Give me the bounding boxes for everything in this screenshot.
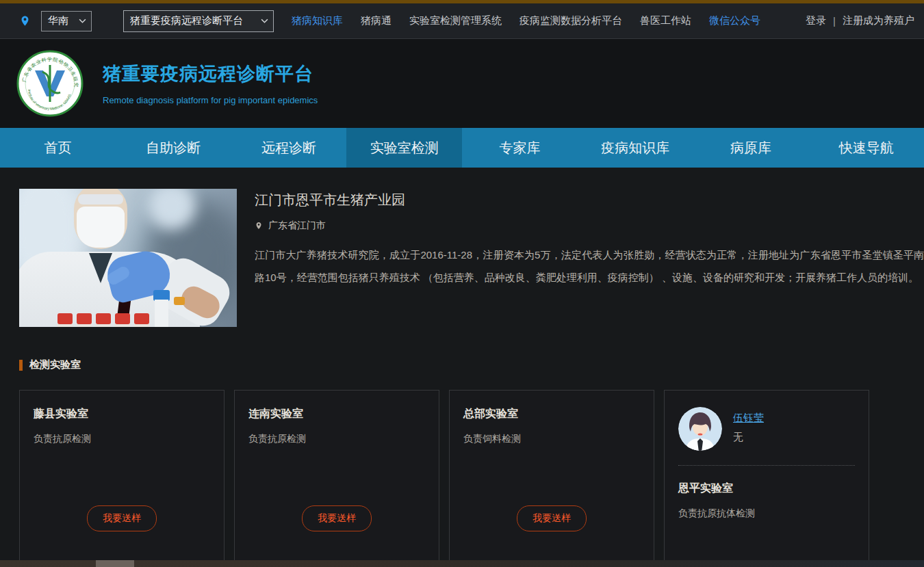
top-utility-bar: 华南 猪重要疫病远程诊断平台 猪病知识库 猪病通 实验室检测管理系统 疫病监测数… [0, 3, 924, 39]
dotted-divider [678, 465, 855, 466]
auth-links: 登录 | 注册成为养殖户 [806, 14, 914, 27]
section-accent-bar [19, 360, 23, 371]
photo-shape [57, 313, 160, 327]
horizontal-scrollbar[interactable] [0, 560, 924, 567]
nav-item-quick-nav[interactable]: 快速导航 [808, 128, 924, 168]
top-links: 猪病知识库 猪病通 实验室检测管理系统 疫病监测数据分析平台 兽医工作站 微信公… [292, 14, 760, 27]
park-location: 广东省江门市 [268, 220, 326, 232]
lab-name: 连南实验室 [248, 407, 425, 421]
lab-card-tengxian: 藤县实验室 负责抗原检测 我要送样 [19, 390, 224, 567]
site-title: 猪重要疫病远程诊断平台 [103, 62, 318, 86]
top-link-lab-management-system[interactable]: 实验室检测管理系统 [409, 14, 502, 27]
park-location-row: 广东省江门市 [255, 220, 924, 232]
site-subtitle: Remote diagnosis platform for pig import… [103, 95, 318, 105]
top-link-epidemic-data-platform[interactable]: 疫病监测数据分析平台 [519, 14, 622, 27]
contact-name-link[interactable]: 伍钰莹 [733, 412, 764, 425]
park-info-block: 江门市恩平市生猪产业园 广东省江门市 江门市大广养猪技术研究院，成立于2016-… [19, 189, 905, 327]
lab-duty: 负责抗原检测 [248, 433, 425, 445]
photo-shape [57, 313, 73, 324]
park-info: 江门市恩平市生猪产业园 广东省江门市 江门市大广养猪技术研究院，成立于2016-… [255, 189, 924, 327]
lab-duty: 负责抗原检测 [34, 433, 210, 445]
lab-photo [19, 189, 237, 327]
lab-contact: 伍钰莹 无 [678, 407, 855, 451]
photo-shape [115, 313, 130, 324]
lab-card-liannan: 连南实验室 负责抗原检测 我要送样 [234, 390, 439, 567]
content: 江门市恩平市生猪产业园 广东省江门市 江门市大广养猪技术研究院，成立于2016-… [0, 168, 924, 567]
header-text: 猪重要疫病远程诊断平台 Remote diagnosis platform fo… [103, 62, 318, 105]
top-link-vet-workstation[interactable]: 兽医工作站 [640, 14, 691, 27]
photo-shape [78, 194, 123, 205]
location-pin-icon [19, 13, 31, 29]
send-sample-button[interactable]: 我要送样 [302, 505, 372, 531]
nav-item-pathogen-library[interactable]: 病原库 [693, 128, 809, 168]
send-sample-button[interactable]: 我要送样 [517, 505, 587, 531]
photo-shape [134, 313, 149, 324]
lab-card-headquarters: 总部实验室 负责饲料检测 我要送样 [449, 390, 654, 567]
nav-item-home[interactable]: 首页 [0, 128, 116, 168]
lab-duty: 负责饲料检测 [463, 433, 640, 445]
register-link[interactable]: 注册成为养殖户 [843, 14, 914, 27]
contact-note: 无 [733, 431, 764, 444]
photo-shape [77, 313, 92, 324]
chevron-down-icon [261, 18, 268, 23]
lab-card-enping: 伍钰莹 无 恩平实验室 负责抗原抗体检测 我要送样 [664, 390, 869, 567]
park-description: 江门市大广养猪技术研究院，成立于2016-11-28，注册资本为5万，法定代表人… [255, 243, 924, 289]
photo-shape [77, 207, 125, 248]
photo-shape [174, 297, 185, 305]
main-nav: 首页 自助诊断 远程诊断 实验室检测 专家库 疫病知识库 病原库 快速导航 [0, 128, 924, 168]
scrollbar-thumb[interactable] [96, 560, 134, 567]
lab-cards: 藤县实验室 负责抗原检测 我要送样 连南实验室 负责抗原检测 我要送样 总部实验… [19, 390, 905, 567]
lab-name: 藤县实验室 [34, 407, 210, 421]
platform-select[interactable]: 猪重要疫病远程诊断平台 [123, 10, 274, 32]
lab-name: 总部实验室 [463, 407, 640, 421]
auth-divider: | [833, 15, 836, 27]
contact-text: 伍钰莹 无 [733, 407, 764, 444]
nav-item-epidemic-kb[interactable]: 疫病知识库 [578, 128, 693, 168]
photo-shape [96, 313, 111, 324]
chevron-down-icon [79, 18, 86, 23]
region-select[interactable]: 华南 [41, 11, 92, 31]
site-header: 广东省农业科学院动物卫生研究所 Institute of Veterinary … [0, 39, 924, 128]
send-sample-button[interactable]: 我要送样 [87, 505, 157, 531]
nav-item-lab-testing[interactable]: 实验室检测 [346, 128, 462, 168]
nav-item-expert-library[interactable]: 专家库 [462, 128, 578, 168]
region-select-value: 华南 [48, 14, 68, 27]
top-link-pig-disease-tong[interactable]: 猪病通 [361, 14, 392, 27]
platform-select-value: 猪重要疫病远程诊断平台 [130, 14, 243, 27]
contact-avatar[interactable] [678, 407, 722, 451]
nav-item-self-diagnosis[interactable]: 自助诊断 [116, 128, 231, 168]
nav-item-remote-diagnosis[interactable]: 远程诊断 [231, 128, 347, 168]
lab-duty: 负责抗原抗体检测 [678, 507, 855, 520]
labs-section-header: 检测实验室 [19, 358, 905, 371]
top-link-pig-disease-kb[interactable]: 猪病知识库 [292, 14, 343, 27]
lab-name: 恩平实验室 [678, 482, 855, 496]
institute-logo: 广东省农业科学院动物卫生研究所 Institute of Veterinary … [16, 50, 84, 117]
park-name: 江门市恩平市生猪产业园 [255, 191, 924, 209]
location-pin-icon [255, 220, 263, 231]
login-link[interactable]: 登录 [806, 14, 826, 27]
section-title: 检测实验室 [29, 358, 81, 371]
top-link-wechat-account[interactable]: 微信公众号 [709, 14, 760, 27]
